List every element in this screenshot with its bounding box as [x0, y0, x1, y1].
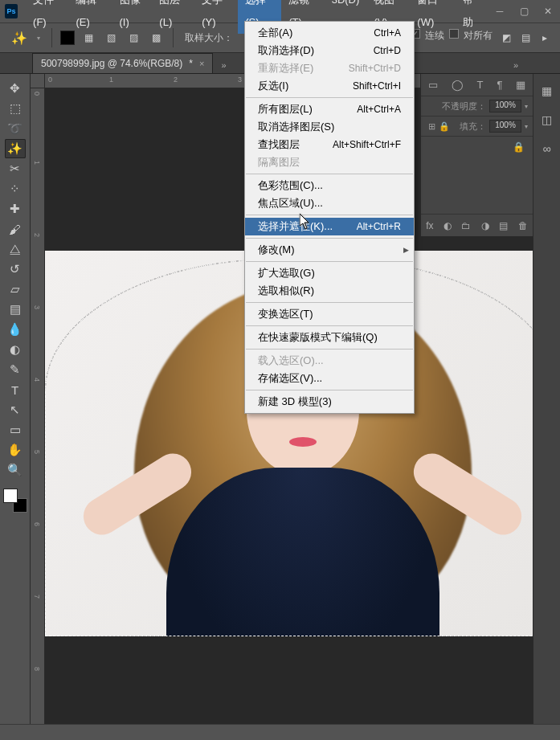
rect-icon[interactable]: ▭ [428, 79, 438, 91]
menu-item[interactable]: 反选(I)Shift+Ctrl+I [245, 77, 414, 95]
menu-item-label: 取消选择图层(S) [258, 121, 334, 133]
new-layer-icon[interactable]: ▤ [499, 220, 508, 231]
tool-magic-wand[interactable]: ✨ [5, 139, 26, 158]
mask-icon[interactable]: ◩ [497, 29, 515, 47]
grid-icon[interactable]: ▦ [516, 79, 525, 91]
tool-crop[interactable]: ✂ [5, 159, 26, 178]
ruler-tick: 1 [33, 161, 41, 165]
panel-top-iconrow: ▭ ◯ T ¶ ▦ [421, 74, 533, 96]
sample-foreground-swatch[interactable] [60, 31, 75, 45]
tool-clone[interactable]: ⧋ [5, 239, 26, 259]
opacity-input[interactable]: 100% [489, 100, 521, 112]
ruler-tick: 4 [33, 378, 41, 382]
tool-shape[interactable]: ▭ [5, 420, 26, 440]
fill-input[interactable]: 100% [489, 120, 521, 133]
tool-eyedropper[interactable]: ⁘ [5, 179, 26, 198]
menu-item[interactable]: 变换选区(T) [245, 305, 414, 323]
menu-item-label: 重新选择(E) [258, 62, 313, 75]
menu-item[interactable]: 修改(M) [245, 241, 414, 259]
menu-item-label: 反选(I) [258, 80, 288, 92]
ruler-tick: 8 [33, 667, 41, 671]
layer-mask-icon[interactable]: ◐ [444, 220, 452, 231]
document-tab-close[interactable]: × [199, 59, 204, 68]
menu-item[interactable]: 焦点区域(U)... [245, 194, 414, 212]
layer-lock-icon[interactable]: 🔒 [513, 141, 525, 153]
settings-icon[interactable]: ▤ [517, 29, 534, 47]
menu-item-label: 扩大选取(G) [258, 267, 315, 280]
adjustment-icon[interactable]: ◑ [481, 220, 489, 231]
menu-separator [246, 261, 413, 262]
tool-eraser[interactable]: ▱ [5, 280, 26, 299]
selection-subtract-icon[interactable]: ▨ [125, 29, 142, 47]
tool-path[interactable]: ↖ [5, 400, 26, 419]
menu-separator [246, 325, 413, 326]
menu-item-shortcut: Alt+Ctrl+R [357, 220, 401, 233]
tool-zoom[interactable]: 🔍 [5, 460, 26, 480]
share-panel-icon[interactable]: ∞ [538, 140, 556, 157]
doc-overflow-icon[interactable]: » [218, 57, 229, 73]
menu-item[interactable]: 色彩范围(C)... [245, 177, 414, 194]
para-icon[interactable]: ¶ [497, 79, 502, 91]
menu-type[interactable]: 文字(Y) [194, 0, 238, 34]
trash-icon[interactable]: 🗑 [518, 220, 528, 231]
ruler-tick: 2 [33, 233, 41, 237]
opacity-dropdown-icon[interactable]: ▾ [525, 103, 528, 110]
color-swatches[interactable] [3, 489, 27, 513]
swatches-panel-icon[interactable]: ◫ [538, 111, 556, 129]
tool-lasso[interactable]: ➰ [5, 119, 26, 138]
panel-overflow-icon[interactable]: » [510, 57, 521, 73]
window-close-button[interactable]: ✕ [536, 0, 560, 22]
menu-item[interactable]: 取消选择(D)Ctrl+D [245, 42, 414, 59]
menu-item[interactable]: 扩大选取(G) [245, 264, 414, 282]
ruler-tick: 0 [48, 76, 52, 84]
ruler-tick: 2 [174, 76, 178, 84]
new-folder-icon[interactable]: 🗀 [461, 220, 471, 231]
sample-all-checkbox[interactable]: ✓ [449, 29, 459, 39]
menu-item[interactable]: 全部(A)Ctrl+A [245, 24, 414, 42]
fill-dropdown-icon[interactable]: ▾ [525, 123, 528, 130]
menu-file[interactable]: 文件(F) [26, 0, 68, 34]
tool-hand[interactable]: ✋ [5, 440, 26, 460]
tool-marquee[interactable]: ⬚ [5, 99, 26, 118]
selection-new-icon[interactable]: ▦ [80, 29, 97, 47]
menu-item-shortcut: Shift+Ctrl+D [349, 62, 401, 75]
sample-size-label: 取样大小： [182, 31, 236, 45]
tool-blur[interactable]: 💧 [5, 320, 26, 339]
menu-item[interactable]: 选择并遮住(K)...Alt+Ctrl+R [245, 218, 414, 235]
tool-type[interactable]: T [5, 380, 26, 399]
selection-add-icon[interactable]: ▧ [102, 29, 120, 47]
selection-intersect-icon[interactable]: ▩ [147, 29, 165, 47]
type-icon[interactable]: T [477, 79, 484, 91]
menu-item: 隔离图层 [245, 153, 414, 171]
window-maximize-button[interactable]: ▢ [512, 0, 536, 22]
tool-preset-dropdown[interactable]: ▾ [37, 35, 43, 42]
ruler-tick: 0 [33, 92, 41, 96]
tool-gradient[interactable]: ▤ [5, 300, 26, 319]
menu-item[interactable]: 查找图层Alt+Shift+Ctrl+F [245, 136, 414, 153]
grid-panel-icon[interactable]: ▦ [538, 82, 556, 100]
tool-brush[interactable]: 🖌 [5, 219, 26, 239]
foreground-swatch[interactable] [3, 489, 18, 503]
tool-history-brush[interactable]: ↺ [5, 260, 26, 279]
menu-item-label: 选取相似(R) [258, 284, 314, 297]
divider [173, 28, 174, 47]
menu-separator [246, 238, 413, 239]
menu-item[interactable]: 存储选区(V)... [245, 370, 414, 387]
tool-healing[interactable]: ✚ [5, 199, 26, 219]
menu-item[interactable]: 所有图层(L)Alt+Ctrl+A [245, 100, 414, 118]
menu-item[interactable]: 选取相似(R) [245, 282, 414, 300]
tool-dodge[interactable]: ◐ [5, 340, 26, 359]
circle-icon[interactable]: ◯ [452, 79, 464, 91]
fx-icon[interactable]: fx [426, 220, 433, 231]
document-tab[interactable]: 500798999.jpg @ 74.6%(RGB/8) * × [32, 53, 213, 73]
lock-position-icon[interactable]: ⊞ [428, 121, 435, 132]
lock-all-icon[interactable]: 🔒 [439, 121, 450, 132]
panel-collapse-icon[interactable]: ▸ [536, 29, 554, 47]
tool-move[interactable]: ✥ [5, 79, 26, 98]
menu-item[interactable]: 取消选择图层(S) [245, 118, 414, 136]
window-minimize-button[interactable]: ─ [488, 0, 512, 22]
menu-item[interactable]: 新建 3D 模型(3) [245, 393, 414, 411]
menu-item[interactable]: 在快速蒙版模式下编辑(Q) [245, 329, 414, 346]
tool-pen[interactable]: ✎ [5, 360, 26, 379]
layer-panel: ▭ ◯ T ¶ ▦ 不透明度： 100% ▾ ⊞ 🔒 填充： 100% ▾ 🔒 … [420, 74, 533, 236]
